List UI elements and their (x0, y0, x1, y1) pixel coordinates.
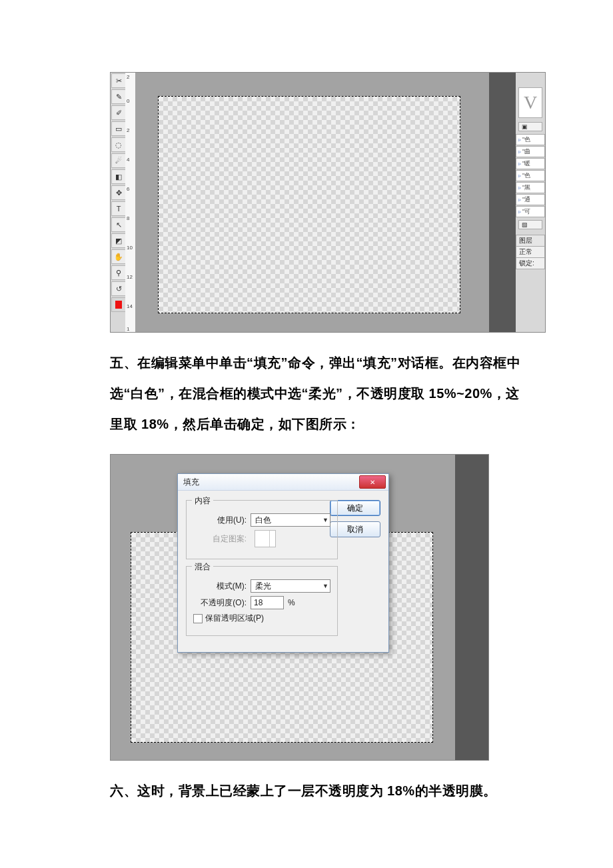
pattern-swatch (255, 530, 276, 547)
chevron-down-icon: ▼ (322, 517, 328, 523)
tool-icon[interactable]: ▭ (111, 121, 126, 136)
panel-collapse-icon[interactable]: ▣ (518, 122, 542, 131)
ruler-tick: 12 (127, 274, 133, 280)
use-dropdown[interactable]: 白色 ▼ (251, 513, 330, 527)
chevron-down-icon: ▼ (322, 583, 328, 589)
foreground-color-swatch[interactable] (111, 297, 126, 312)
ruler-tick: 0 (127, 98, 129, 104)
history-item[interactable]: "可 (516, 206, 545, 217)
tool-icon[interactable]: ◩ (111, 233, 126, 248)
tool-icon[interactable]: ✥ (111, 185, 126, 200)
ruler-tick: 6 (127, 186, 129, 192)
tool-icon[interactable]: ✎ (111, 89, 126, 104)
preserve-transparency-label: 保留透明区域(P) (205, 613, 264, 624)
tool-icon[interactable]: ✂ (111, 73, 126, 88)
ruler-tick: 4 (127, 157, 129, 163)
panel-footer-icon[interactable]: ▧ (518, 220, 542, 229)
history-item[interactable]: "色 (516, 134, 545, 145)
use-value: 白色 (255, 515, 271, 526)
collapsed-panel-icon[interactable]: V (518, 87, 542, 118)
workspace-gutter (489, 73, 516, 332)
history-item[interactable]: "黑 (516, 182, 545, 193)
preserve-transparency-checkbox[interactable] (193, 614, 203, 623)
tool-palette: ✂ ✎ ✐ ▭ ◌ ☄ ◧ ✥ T ↖ ◩ ✋ ⚲ ↺ (111, 73, 125, 332)
workspace-gutter (455, 455, 488, 760)
canvas-viewport (135, 73, 489, 332)
ruler-tick: 1 (127, 326, 129, 332)
instruction-step-5: 五、在编辑菜单中单击“填充”命令，弹出“填充”对话框。在内容框中选“白色”，在混… (110, 347, 523, 439)
history-item[interactable]: "色 (516, 170, 545, 181)
tool-icon[interactable]: ◌ (111, 137, 126, 152)
mode-label: 模式(M): (193, 581, 247, 592)
mode-value: 柔光 (255, 581, 271, 592)
ruler-tick: 14 (127, 303, 133, 309)
layer-lock-row: 锁定: (516, 258, 545, 269)
blend-mode-dropdown[interactable]: 正常 (516, 247, 545, 258)
fill-dialog-screenshot: 填充 ✕ 确定 取消 内容 使用(U): (110, 454, 489, 761)
opacity-label: 不透明度(O): (193, 597, 247, 609)
dialog-title-text: 填充 (183, 477, 199, 488)
tool-icon[interactable]: ☄ (111, 153, 126, 168)
photoshop-workspace-screenshot: ✂ ✎ ✐ ▭ ◌ ☄ ◧ ✥ T ↖ ◩ ✋ ⚲ ↺ 2 0 2 4 (110, 72, 546, 333)
close-icon: ✕ (370, 479, 375, 486)
vertical-ruler: 2 0 2 4 6 8 10 12 14 1 (125, 73, 136, 332)
ruler-tick: 8 (127, 215, 129, 221)
right-panel-dock: V ▣ "色 "曲 "暖 "色 "黑 "通 "可 ▧ 图层 正常 锁定: (516, 73, 545, 332)
history-item[interactable]: "曲 (516, 146, 545, 157)
ruler-tick: 10 (127, 245, 133, 251)
history-item[interactable]: "暖 (516, 158, 545, 169)
tool-icon[interactable]: ✐ (111, 105, 126, 120)
blend-fieldset: 混合 模式(M): 柔光 ▼ 不透明度(O): 18 (186, 566, 338, 636)
mode-dropdown[interactable]: 柔光 ▼ (251, 579, 330, 593)
transparent-canvas-selection[interactable] (158, 96, 460, 313)
content-legend: 内容 (192, 495, 213, 507)
opacity-unit: % (288, 598, 295, 607)
tool-icon[interactable]: ✋ (111, 249, 126, 264)
tool-icon[interactable]: T (111, 201, 126, 216)
instruction-step-6: 六、这时，背景上已经蒙上了一层不透明度为 18%的半透明膜。 (110, 775, 523, 806)
opacity-value: 18 (254, 598, 263, 607)
pattern-label: 自定图案: (193, 533, 247, 545)
use-label: 使用(U): (193, 515, 247, 526)
ruler-tick: 2 (127, 74, 129, 80)
content-fieldset: 内容 使用(U): 白色 ▼ 自定图案: (186, 500, 338, 559)
tool-icon[interactable]: ⚲ (111, 265, 126, 280)
tool-icon[interactable]: ↖ (111, 217, 126, 232)
blend-legend: 混合 (192, 561, 213, 573)
close-button[interactable]: ✕ (359, 475, 386, 489)
layers-panel-tab[interactable]: 图层 (516, 235, 545, 247)
ruler-tick: 2 (127, 127, 129, 133)
tool-icon[interactable]: ◧ (111, 169, 126, 184)
dialog-titlebar[interactable]: 填充 ✕ (178, 474, 388, 491)
history-item[interactable]: "通 (516, 194, 545, 205)
fill-dialog: 填充 ✕ 确定 取消 内容 使用(U): (177, 473, 389, 653)
opacity-input[interactable]: 18 (251, 596, 284, 609)
tool-icon[interactable]: ↺ (111, 281, 126, 296)
